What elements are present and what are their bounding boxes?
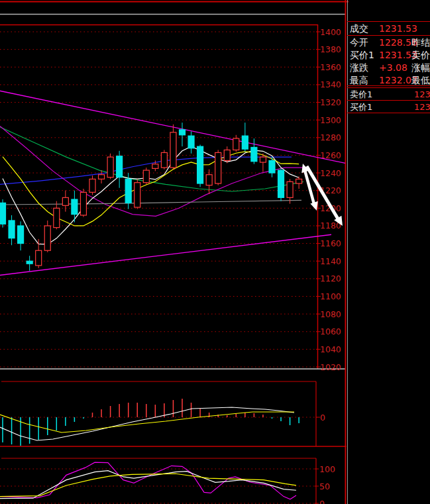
quote-divider — [347, 100, 430, 101]
price-axis-label: 1040 — [320, 344, 341, 354]
kdj-axis-label: 50 — [319, 481, 330, 491]
field-label: 涨跌 — [350, 62, 368, 74]
price-axis-label: 1020 — [320, 362, 341, 372]
ma-line-gray — [0, 200, 301, 205]
candle-body — [107, 157, 113, 177]
price-axis-label: 1140 — [320, 256, 341, 266]
field-value: 1231 — [414, 89, 430, 100]
candle-body — [260, 157, 266, 162]
quote-divider — [347, 87, 430, 88]
quote-divider — [347, 113, 430, 113]
chart-layers: 1400138013601340132013001280126012401220… — [0, 27, 345, 504]
field-label-clipped: 卖价 — [411, 49, 430, 62]
candle-body — [188, 136, 194, 148]
candle-body — [9, 221, 15, 238]
price-axis-label: 1380 — [320, 44, 341, 54]
field-label: 卖价1 — [350, 89, 372, 100]
candle-body — [215, 152, 221, 183]
price-axis-label: 1100 — [320, 291, 341, 301]
price-axis-label: 1300 — [320, 115, 341, 125]
trading-app-window: 1400138013601340132013001280126012401220… — [0, 0, 430, 504]
candle-body — [224, 150, 230, 160]
candle-body — [0, 203, 6, 224]
candle-body — [44, 226, 50, 250]
candle-body — [117, 156, 123, 177]
candle-body — [80, 192, 86, 215]
macd-zero-label: 0 — [320, 413, 325, 423]
field-value: +3.08 — [379, 62, 407, 74]
candle-body — [36, 250, 42, 266]
quote-divider — [347, 85, 430, 86]
depth-row-bid1: 买价1 1231 — [349, 101, 430, 113]
quote-row-bid: 买价1 1231.53 卖价 — [349, 49, 430, 62]
candle-body — [72, 199, 78, 215]
price-axis-label: 1400 — [320, 27, 341, 37]
price-axis-label: 1240 — [320, 168, 341, 178]
depth-row-ask1: 卖价1 1231 — [349, 89, 430, 100]
candle-body — [143, 170, 149, 183]
price-axis-label: 1340 — [320, 79, 341, 89]
candle-body — [233, 138, 239, 150]
kdj-axis-label: 100 — [319, 464, 335, 474]
candle-body — [134, 183, 140, 207]
candle-body — [296, 179, 302, 183]
price-axis-label: 1280 — [320, 132, 341, 142]
field-value: 1231 — [414, 101, 430, 113]
candle-body — [152, 164, 158, 169]
candle-body — [180, 130, 186, 135]
field-label: 买价1 — [350, 49, 374, 62]
candle-body — [206, 175, 212, 185]
candle-body — [269, 160, 275, 173]
candle-body — [54, 208, 60, 227]
candle-body — [125, 179, 131, 203]
price-axis-label: 1120 — [320, 274, 341, 283]
candle-body — [170, 132, 176, 168]
quote-divider — [347, 21, 430, 22]
candle-body — [197, 146, 203, 183]
candle-body — [251, 147, 257, 161]
candle-body — [27, 261, 32, 264]
field-value: 1231.53 — [379, 23, 417, 35]
quote-row-open: 今开 1228.56 昨结 — [349, 36, 430, 49]
candle-body — [242, 136, 248, 149]
candle-body — [278, 170, 284, 197]
kdj-line-D — [0, 474, 296, 496]
field-label-clipped: 涨幅 — [411, 62, 430, 74]
price-axis-label: 1060 — [320, 327, 341, 336]
candle-body — [62, 197, 68, 205]
price-axis-label: 1080 — [320, 309, 341, 319]
price-axis-label: 1320 — [320, 97, 341, 107]
field-label: 今开 — [350, 36, 368, 49]
candle-body — [18, 226, 24, 244]
quote-row-last: 成交 1231.53 — [349, 23, 430, 35]
candle-body — [161, 152, 167, 168]
candle-body — [99, 175, 105, 179]
macd-dea-line — [0, 412, 294, 432]
ma-line-mid-yellow — [3, 152, 299, 226]
trend-arrow-head — [310, 201, 317, 211]
field-label: 成交 — [350, 23, 368, 35]
candle-body — [89, 179, 95, 192]
field-label: 买价1 — [350, 101, 372, 113]
candle-body — [287, 181, 293, 197]
price-axis-label: 1360 — [320, 62, 341, 72]
quote-row-change: 涨跌 +3.08 涨幅 — [349, 62, 430, 74]
field-label-clipped: 昨结 — [411, 36, 430, 49]
ma-line-green — [0, 127, 303, 191]
kdj-axis-label: 0 — [319, 499, 325, 504]
price-axis-label: 1160 — [320, 238, 341, 248]
quote-divider — [347, 35, 430, 36]
